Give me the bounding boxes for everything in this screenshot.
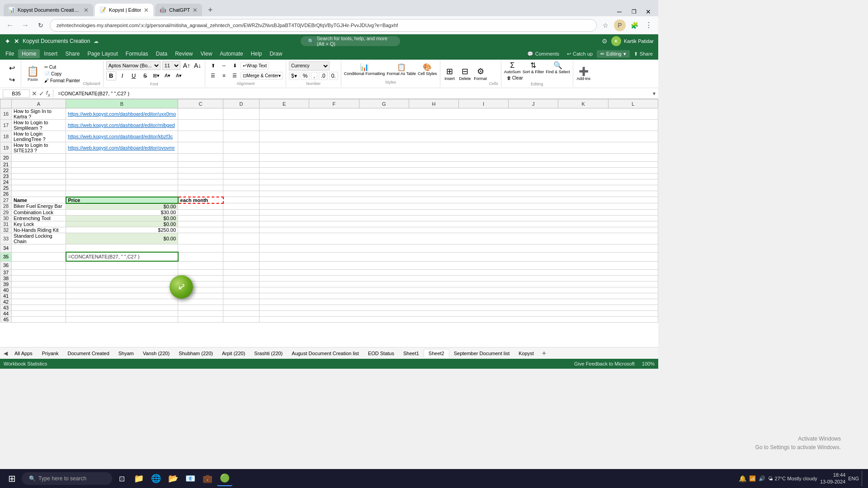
- menu-draw[interactable]: Draw: [266, 49, 286, 58]
- catch-up-btn[interactable]: ↩ Catch up: [563, 50, 596, 58]
- sheet-tab-shyam[interactable]: Shyam: [114, 349, 138, 357]
- confirm-formula-icon[interactable]: ✓: [39, 90, 44, 97]
- col-header-f[interactable]: F: [309, 99, 359, 108]
- align-right-button[interactable]: ☰: [230, 71, 240, 80]
- cell-c17[interactable]: [178, 120, 223, 131]
- merge-center-button[interactable]: ⊡ Merge & Center ▾: [241, 72, 283, 80]
- cut-button[interactable]: ✂ Cut: [42, 64, 82, 70]
- menu-insert[interactable]: Insert: [40, 49, 61, 58]
- cell-c31[interactable]: [178, 221, 223, 227]
- accounting-format-button[interactable]: $▾: [289, 72, 299, 80]
- col-header-e[interactable]: E: [259, 99, 309, 108]
- search-bar-title[interactable]: 🔍Search for tools, help, and more (Alt +…: [301, 36, 400, 46]
- cell-a33[interactable]: Standard Locking Chain: [12, 233, 66, 244]
- increase-decimal-button[interactable]: .0: [319, 72, 328, 80]
- cell-d28[interactable]: [223, 203, 259, 210]
- cell-d16[interactable]: [223, 108, 259, 120]
- increase-font-button[interactable]: A↑: [182, 62, 191, 69]
- cell-b31[interactable]: $0.00: [66, 221, 178, 227]
- col-header-g[interactable]: G: [359, 99, 409, 108]
- cell-a27-name[interactable]: Name: [12, 197, 66, 203]
- nav-refresh[interactable]: ↻: [34, 19, 47, 32]
- align-center-button[interactable]: ≡: [219, 71, 229, 80]
- font-name-select[interactable]: Aptos Narrow (Bo...: [106, 61, 160, 70]
- menu-help[interactable]: Help: [247, 49, 266, 58]
- cell-b19[interactable]: https://web.kopyst.com/dashboard/editor/…: [66, 142, 178, 154]
- col-header-b[interactable]: B: [66, 99, 178, 108]
- sheet-tab-vansh[interactable]: Vansh (220): [138, 349, 174, 357]
- cell-b30[interactable]: $0.00: [66, 215, 178, 221]
- conditional-formatting-button[interactable]: 📊 Conditional Formatting: [344, 63, 385, 76]
- format-painter-button[interactable]: 🖌 Format Painter: [42, 78, 82, 84]
- tab-kopyst[interactable]: 📝 Kopyst | Editor ✕: [95, 4, 153, 16]
- nav-back[interactable]: ←: [4, 19, 16, 32]
- feedback-link[interactable]: Give Feedback to Microsoft: [574, 361, 635, 366]
- copy-button[interactable]: 📄 Copy: [42, 71, 82, 77]
- menu-share[interactable]: Share: [61, 49, 83, 58]
- cell-c28[interactable]: [178, 203, 223, 210]
- cell-d29[interactable]: [223, 209, 259, 215]
- editing-btn[interactable]: ✏ Editing ▾: [597, 50, 630, 58]
- menu-page-layout[interactable]: Page Layout: [84, 49, 121, 58]
- sheet-tab-september[interactable]: September Document list: [449, 349, 514, 357]
- profile-icon[interactable]: P: [614, 19, 626, 31]
- cell-d32[interactable]: [223, 227, 259, 233]
- align-bottom-button[interactable]: ⬇: [230, 61, 240, 70]
- cell-d17[interactable]: [223, 120, 259, 131]
- cell-b29[interactable]: $30.00: [66, 209, 178, 215]
- col-header-k[interactable]: K: [558, 99, 608, 108]
- cell-a19[interactable]: How to Login to SITE123 ?: [12, 142, 66, 154]
- paste-button[interactable]: 📋 Paste: [24, 65, 42, 83]
- bookmark-icon[interactable]: ☆: [599, 19, 611, 31]
- sheet-tab-sheet2[interactable]: Sheet2: [424, 349, 449, 357]
- align-middle-button[interactable]: ↔: [219, 61, 229, 70]
- tab-excel[interactable]: 📊 Kopyst Documents Creation.xls... ✕: [4, 4, 93, 16]
- bold-button[interactable]: B: [106, 71, 116, 80]
- cell-b28[interactable]: $0.00: [66, 203, 178, 210]
- window-restore[interactable]: ❐: [627, 7, 640, 16]
- zoom-level[interactable]: 100%: [642, 361, 655, 366]
- cell-d30[interactable]: [223, 215, 259, 221]
- number-format-select[interactable]: Currency: [289, 61, 330, 70]
- cell-a32[interactable]: No-Hands Riding Kit: [12, 227, 66, 233]
- settings-icon[interactable]: ⚙: [602, 38, 608, 45]
- border-button[interactable]: ⊞▾: [151, 71, 161, 80]
- window-close[interactable]: ✕: [642, 7, 655, 16]
- menu-review[interactable]: Review: [171, 49, 196, 58]
- find-select-button[interactable]: 🔍 Find & Select: [546, 61, 570, 74]
- cell-c32[interactable]: [178, 227, 223, 233]
- menu-home[interactable]: Home: [18, 49, 40, 58]
- share-btn[interactable]: ⬆ Share: [630, 50, 656, 58]
- col-header-a[interactable]: A: [12, 99, 66, 108]
- percent-button[interactable]: %: [301, 72, 310, 80]
- col-header-h[interactable]: H: [409, 99, 458, 108]
- fill-color-button[interactable]: A▾: [163, 71, 173, 80]
- sort-filter-button[interactable]: ⇅ Sort & Filter: [523, 61, 544, 74]
- tab-close-excel[interactable]: ✕: [84, 7, 89, 14]
- cell-c16[interactable]: [178, 108, 223, 120]
- format-button[interactable]: ⚙ Format: [474, 66, 487, 81]
- menu-automate[interactable]: Automate: [216, 49, 246, 58]
- cell-b33[interactable]: $0.00: [66, 233, 178, 244]
- window-minimize[interactable]: ─: [613, 7, 626, 16]
- insert-button[interactable]: ⊞ Insert: [443, 66, 457, 81]
- new-tab-button[interactable]: +: [204, 4, 217, 16]
- delete-button[interactable]: ⊟ Delete: [458, 66, 472, 81]
- wrap-text-button[interactable]: ↵ Wrap Text: [241, 62, 269, 70]
- cell-b16[interactable]: https://web.kopyst.com/dashboard/editor/…: [66, 108, 178, 120]
- sheet-tab-shubham[interactable]: Shubham (220): [174, 349, 217, 357]
- nav-forward[interactable]: →: [19, 19, 32, 32]
- sheet-tab-all-apps[interactable]: All Apps: [9, 349, 38, 357]
- menu-file[interactable]: File: [2, 49, 18, 58]
- clear-button[interactable]: 🗑 Clear: [504, 75, 526, 81]
- col-header-d[interactable]: D: [223, 99, 259, 108]
- cell-d19[interactable]: [223, 142, 259, 154]
- cell-b17[interactable]: https://web.kopyst.com/dashboard/editor/…: [66, 120, 178, 131]
- cell-reference-input[interactable]: [3, 89, 30, 98]
- menu-formulas[interactable]: Formulas: [122, 49, 152, 58]
- sheet-tab-srashti[interactable]: Srashti (220): [250, 349, 287, 357]
- cell-b32[interactable]: $250.00: [66, 227, 178, 233]
- underline-button[interactable]: U: [129, 71, 139, 80]
- sheet-tab-document-created[interactable]: Document Created: [63, 349, 113, 357]
- font-size-select[interactable]: 11: [162, 61, 180, 70]
